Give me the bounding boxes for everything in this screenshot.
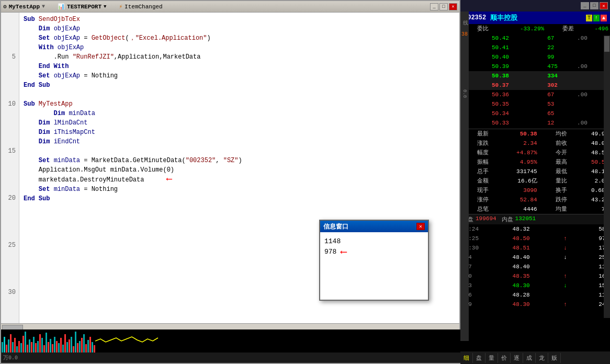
buy5-vol: 12	[546, 118, 575, 128]
stock-close-button[interactable]: ✕	[600, 2, 608, 9]
stat-jine: 金额 16.6亿 量比 2.00	[460, 176, 610, 186]
trade-row-5: :07 48.40 114	[460, 262, 610, 271]
sell-level-4: 4 50.41 22	[460, 43, 610, 52]
sell3-price: 50.40	[490, 52, 546, 62]
stat-junj-label: 均价	[539, 129, 569, 139]
stock-tab-fan[interactable]: 贩	[548, 353, 561, 363]
info-dialog: 信息窗口 ✕ 1148 978 ⟵	[319, 220, 429, 301]
stock-titlebar: _ □ ✕	[460, 0, 610, 12]
dialog-title: 信息窗口	[323, 222, 348, 231]
neipan-label: 内盘	[502, 215, 513, 223]
trade-dir-1	[562, 224, 577, 234]
minimize-button[interactable]: _	[430, 3, 438, 10]
trade-dir-7: ↓	[562, 281, 577, 290]
trade-price-5: 48.40	[512, 262, 563, 271]
stat-zd-val: 2.34	[490, 139, 539, 148]
dialog-arrow-icon: ⟵	[341, 247, 346, 257]
stock-tab-jia[interactable]: 价	[498, 353, 511, 363]
chart-footer: 万0.0	[1, 352, 461, 363]
stat-zhenf-val: 4.95%	[490, 157, 539, 167]
trade-dir-4: ↓	[562, 253, 577, 262]
trade-row-9: :19 48.30 ↑ 246	[460, 300, 610, 309]
sell5-price: 50.42	[490, 33, 546, 43]
buy-level-2: 2 50.36 67 .00	[460, 90, 610, 99]
stock-scrollbar-thumb[interactable]	[604, 36, 609, 52]
stock-stats-table: 最新 50.38 均价 49.92 涨跌 2.34 前收 48.04 幅度 +4…	[460, 129, 610, 214]
trade-price-8: 48.28	[512, 290, 563, 300]
sell-level-3: 3 50.40 99	[460, 52, 610, 62]
buy-level-5: 5 50.33 12 .00	[460, 118, 610, 128]
weica-val: -496	[575, 24, 610, 33]
stock-minimize-button[interactable]: _	[581, 2, 589, 9]
close-button[interactable]: ✕	[449, 3, 457, 10]
dialog-content: 1148 978 ⟵	[320, 232, 428, 261]
stat-liangb-label: 量比	[539, 176, 569, 186]
stat-huans-label: 换手	[539, 186, 569, 195]
webi-val: -33.29%	[490, 24, 546, 33]
stock-header: 002352 顺丰控股 T ↑ ▲	[460, 12, 610, 24]
sell5-vol: 67	[546, 33, 575, 43]
sell3-vol: 99	[546, 52, 575, 62]
trade-price-2: 48.50	[512, 234, 563, 243]
stock-tab-long[interactable]: 龙	[536, 353, 548, 363]
trade-dir-3: ↓	[562, 243, 577, 253]
trade-dir-8	[562, 290, 577, 300]
stock-tab-zhu[interactable]: 逐	[511, 353, 523, 363]
stock-tab-xi[interactable]: 细	[460, 353, 473, 363]
stock-price-table: 委比 -33.29% 委差 -496 5 50.42 67 .00 4 50.4…	[460, 24, 610, 128]
stat-xians-val: 3090	[490, 186, 539, 195]
buy2-vol: 67	[546, 90, 575, 99]
dialog-line-2: 978 ⟵	[324, 247, 424, 257]
trade-price-6: 48.35	[512, 271, 563, 281]
ide-report[interactable]: TESTREPORT	[67, 4, 101, 10]
stock-btn-t[interactable]: T	[586, 15, 592, 21]
ide-event[interactable]: ItemChanged	[125, 4, 163, 10]
trade-row-1: 09:24 48.32 589	[460, 224, 610, 234]
stat-zhangting: 涨停 52.84 跌停 43.24	[460, 195, 610, 204]
trade-dir-6: ↑	[562, 271, 577, 281]
stock-btn-expand[interactable]: ▲	[601, 15, 607, 21]
stat-zhenf: 振幅 4.95% 最高 50.51	[460, 157, 610, 167]
stock-panel: _ □ ✕ 002352 顺丰控股 T ↑ ▲ 委比 -33.29% 委差 -4…	[460, 0, 610, 364]
trade-price-4: 48.40	[512, 253, 563, 262]
stock-tab-pan[interactable]: 盘	[473, 353, 485, 363]
ide-event-icon: ⚡	[119, 3, 122, 10]
trade-price-7: 48.30	[512, 281, 563, 290]
stock-tab-liang[interactable]: 量	[485, 353, 498, 363]
stat-zuixin: 最新 50.38 均价 49.92	[460, 129, 610, 139]
buy-best-vol: 302	[546, 81, 575, 90]
sell4-vol: 22	[546, 43, 575, 52]
maximize-button[interactable]: □	[439, 3, 448, 10]
trade-time-table: 09:24 48.32 589 09:25 48.50 ↑ 978 09:30 …	[460, 224, 610, 309]
dialog-titlebar: 信息窗口 ✕	[320, 221, 428, 232]
stock-name: 顺丰控股	[490, 13, 517, 22]
stock-scrollbar[interactable]	[604, 36, 610, 318]
sell4-price: 50.41	[490, 43, 546, 52]
dialog-close-button[interactable]: ✕	[416, 223, 425, 230]
buy3-vol: 53	[546, 99, 575, 109]
stat-xians: 现手 3090 换手 0.68%	[460, 186, 610, 195]
side-separator: 线 38 0.0	[460, 12, 469, 341]
stock-maximize-button[interactable]: □	[590, 2, 598, 9]
stat-zongs: 总手 331745 最低 48.13	[460, 167, 610, 176]
sell2-vol: 475	[546, 62, 575, 71]
trade-row-4: :04 48.40 ↓ 253	[460, 253, 610, 262]
ide-title-icon: ⚙	[3, 3, 7, 10]
stock-tab-cheng[interactable]: 成	[523, 353, 536, 363]
ide-report-arrow[interactable]: ▼	[104, 4, 106, 9]
sell-best-row: 卖 50.38 334	[460, 71, 610, 81]
trade-price-1: 48.32	[512, 224, 563, 234]
trade-row-2: 09:25 48.50 ↑ 978	[460, 234, 610, 243]
wai-nei-row: 外盘 199694 内盘 132051	[460, 214, 610, 224]
stat-zhangdie: 涨跌 2.34 前收 48.04	[460, 139, 610, 148]
stat-zuidi-label: 最低	[539, 167, 569, 176]
trade-price-3: 48.51	[512, 243, 563, 253]
ide-title: MyTestApp	[9, 4, 40, 10]
sell-best-vol: 334	[546, 71, 575, 81]
stat-jine-val: 16.6亿	[490, 176, 539, 186]
stock-btn-up[interactable]: ↑	[593, 15, 600, 21]
stat-qianshou-label: 前收	[539, 139, 569, 148]
trade-dir-5	[562, 262, 577, 271]
stat-dt-label: 跌停	[539, 195, 569, 204]
webi-row: 委比 -33.29% 委差 -496	[460, 24, 610, 33]
